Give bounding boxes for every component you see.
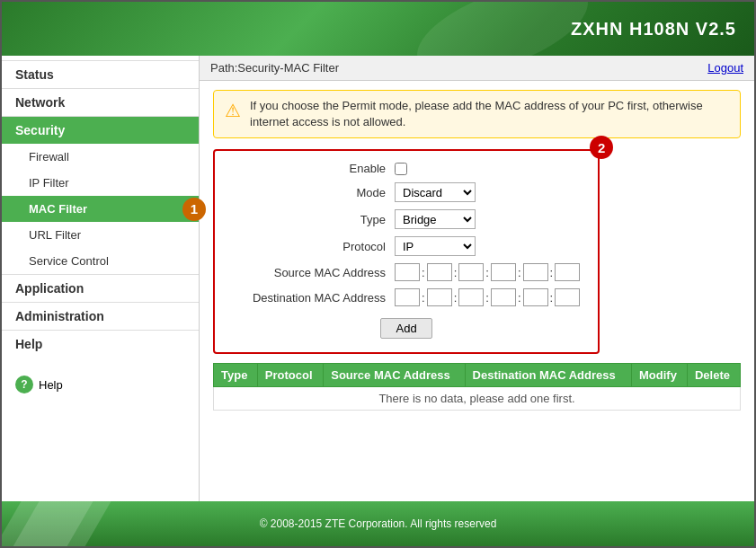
no-data-cell: There is no data, please add one first.: [214, 387, 741, 411]
col-dest-mac: Destination MAC Address: [465, 364, 631, 387]
dest-mac-5[interactable]: [523, 288, 548, 306]
dsep1: :: [422, 291, 425, 305]
sidebar-item-status[interactable]: Status: [2, 60, 199, 88]
sidebar-item-service-control[interactable]: Service Control: [2, 248, 199, 274]
sep3: :: [485, 266, 489, 279]
stripe-2: [13, 501, 117, 546]
topbar: Path:Security-MAC Filter Logout: [200, 56, 754, 81]
dsep2: :: [454, 291, 458, 305]
main-content: ⚠ If you choose the Permit mode, please …: [200, 81, 754, 501]
enable-row: Enable: [233, 162, 580, 175]
warning-box: ⚠ If you choose the Permit mode, please …: [213, 90, 741, 138]
table-no-data-row: There is no data, please add one first.: [214, 387, 741, 411]
dest-mac-control: : : : : :: [395, 288, 580, 306]
sidebar-item-security[interactable]: Security: [2, 116, 199, 144]
type-select[interactable]: Bridge Router: [395, 209, 476, 229]
mac-filter-wrapper: MAC Filter 1: [2, 196, 199, 222]
badge-1: 1: [182, 198, 206, 221]
table-header-row: Type Protocol Source MAC Address Destina…: [214, 364, 741, 387]
mode-select[interactable]: Discard Permit: [395, 182, 476, 202]
sidebar-item-administration[interactable]: Administration: [2, 302, 199, 330]
add-btn-row: Add: [233, 314, 580, 339]
sep2: :: [454, 266, 458, 279]
dest-mac-3[interactable]: [458, 288, 484, 306]
type-row: Type Bridge Router: [233, 209, 580, 229]
sidebar-item-ip-filter[interactable]: IP Filter: [2, 170, 199, 196]
dest-mac-2[interactable]: [427, 288, 452, 306]
protocol-select[interactable]: IP ARP ALL: [395, 236, 476, 256]
enable-checkbox[interactable]: [395, 163, 407, 175]
mac-filter-table: Type Protocol Source MAC Address Destina…: [213, 363, 741, 411]
warning-icon: ⚠: [225, 100, 241, 121]
dest-mac-1[interactable]: [395, 288, 420, 306]
source-mac-5[interactable]: [523, 263, 548, 281]
mode-control: Discard Permit: [395, 182, 476, 202]
app-title: ZXHN H108N V2.5: [571, 19, 736, 40]
source-mac-6[interactable]: [555, 263, 580, 281]
mode-row: Mode Discard Permit: [233, 182, 580, 202]
logout-link[interactable]: Logout: [707, 61, 743, 75]
protocol-control: IP ARP ALL: [395, 236, 476, 256]
footer: © 2008-2015 ZTE Corporation. All rights …: [2, 501, 754, 546]
source-mac-2[interactable]: [427, 263, 452, 281]
dest-mac-6[interactable]: [555, 288, 580, 306]
sep5: :: [550, 266, 554, 279]
dest-mac-row: Destination MAC Address : : : :: [233, 288, 580, 306]
footer-copyright: © 2008-2015 ZTE Corporation. All rights …: [260, 517, 497, 530]
form-box: Enable Mode Dis: [213, 149, 600, 354]
body: Status Network Security Firewall IP Filt…: [2, 56, 754, 501]
help-label: Help: [39, 378, 63, 392]
dest-mac-label: Destination MAC Address: [233, 291, 395, 305]
form-container: Enable Mode Dis: [213, 149, 741, 354]
source-mac-4[interactable]: [491, 263, 516, 281]
add-button[interactable]: Add: [380, 318, 431, 339]
sep4: :: [518, 266, 521, 279]
source-mac-row: Source MAC Address : : : :: [233, 263, 580, 281]
col-type: Type: [214, 364, 258, 387]
badge-2: 2: [590, 136, 613, 159]
col-source-mac: Source MAC Address: [324, 364, 465, 387]
sidebar-item-network[interactable]: Network: [2, 88, 199, 116]
sidebar-item-mac-filter[interactable]: MAC Filter: [2, 196, 199, 222]
sidebar: Status Network Security Firewall IP Filt…: [2, 56, 200, 501]
main-window: ZXHN H108N V2.5 Status Network Security …: [0, 0, 756, 548]
sidebar-help[interactable]: ? Help: [2, 367, 199, 402]
breadcrumb: Path:Security-MAC Filter: [210, 61, 339, 75]
col-delete: Delete: [687, 364, 740, 387]
dsep4: :: [518, 291, 521, 305]
col-modify: Modify: [631, 364, 687, 387]
type-label: Type: [233, 213, 395, 226]
source-mac-label: Source MAC Address: [233, 266, 395, 279]
main-panel: Path:Security-MAC Filter Logout ⚠ If you…: [200, 56, 754, 501]
enable-control: [395, 163, 407, 175]
protocol-row: Protocol IP ARP ALL: [233, 236, 580, 256]
protocol-label: Protocol: [233, 240, 395, 253]
dsep3: :: [485, 291, 489, 305]
source-mac-1[interactable]: [395, 263, 420, 281]
enable-label: Enable: [233, 162, 395, 175]
sidebar-item-help-menu[interactable]: Help: [2, 330, 199, 358]
source-mac-control: : : : : :: [395, 263, 580, 281]
help-icon: ?: [15, 376, 33, 393]
mode-label: Mode: [233, 186, 395, 199]
header: ZXHN H108N V2.5: [2, 2, 754, 56]
badge2-wrapper: Enable Mode Dis: [213, 149, 600, 354]
dsep5: :: [550, 291, 554, 305]
sidebar-item-application[interactable]: Application: [2, 274, 199, 302]
stripe-1: [2, 501, 98, 546]
sidebar-item-url-filter[interactable]: URL Filter: [2, 222, 199, 248]
sidebar-item-firewall[interactable]: Firewall: [2, 144, 199, 170]
warning-text: If you choose the Permit mode, please ad…: [250, 98, 729, 130]
col-protocol: Protocol: [257, 364, 323, 387]
dest-mac-4[interactable]: [491, 288, 516, 306]
source-mac-3[interactable]: [458, 263, 484, 281]
type-control: Bridge Router: [395, 209, 476, 229]
sep1: :: [422, 266, 425, 279]
